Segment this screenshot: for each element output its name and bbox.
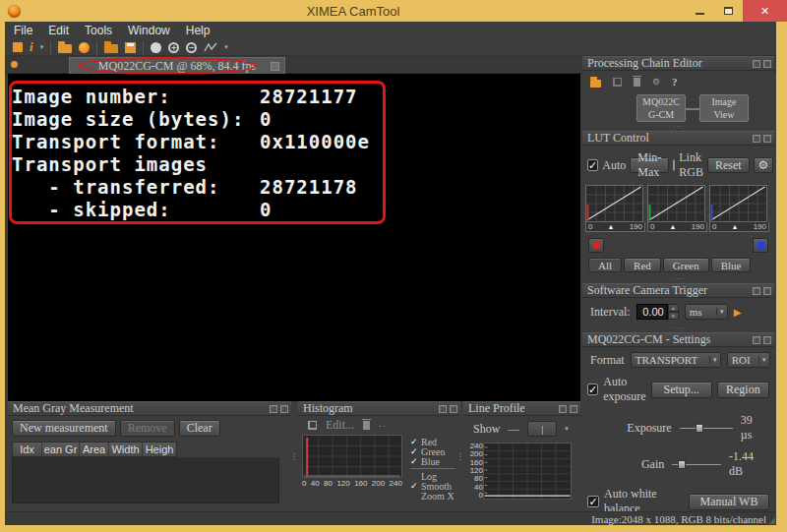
gain-slider[interactable]	[672, 460, 721, 469]
float-icon[interactable]	[753, 60, 760, 68]
column-header[interactable]: Width	[109, 443, 143, 456]
interval-spinbox[interactable]: 0.00 ▴▾	[636, 304, 679, 320]
panel-header-line-profile[interactable]: Line Profile	[463, 401, 580, 416]
curve-icon[interactable]	[204, 42, 217, 52]
more-options-icon[interactable]: ··	[379, 421, 387, 431]
orientation-dropdown[interactable]: |	[527, 421, 557, 437]
lut-graph-blue[interactable]: 0▲190	[709, 185, 769, 232]
title-bar[interactable]: XIMEA CamTool ✕	[0, 0, 787, 22]
column-header[interactable]: Heigh	[143, 443, 176, 456]
node-camera[interactable]: MQ022C G-CM	[636, 94, 686, 122]
load-sequence-icon[interactable]	[104, 44, 118, 53]
maximize-button[interactable]	[714, 0, 743, 22]
trash-icon[interactable]	[634, 78, 640, 87]
panel-header-mean-gray[interactable]: Mean Gray Measurement	[8, 401, 291, 416]
measurement-table[interactable]: Idx ean Gr Area Width Heigh	[12, 442, 287, 503]
trash-icon[interactable]	[363, 421, 370, 430]
lut-marker-icon[interactable]: ▲	[670, 223, 677, 230]
frame-icon[interactable]	[613, 78, 622, 87]
clear-measurements-button[interactable]: Clear	[179, 420, 220, 437]
lut-settings-button[interactable]: ⚙	[754, 157, 774, 173]
curve-dropdown-icon[interactable]: ▾	[224, 43, 228, 51]
float-icon[interactable]	[559, 405, 567, 413]
format-dropdown[interactable]: TRANSPORT ▾	[631, 352, 721, 368]
reset-lut-button[interactable]: Reset	[707, 157, 750, 173]
white-point-button[interactable]	[753, 238, 768, 253]
column-header[interactable]: Area	[80, 443, 109, 456]
option-blue[interactable]: ✓Blue	[410, 456, 455, 466]
float-icon[interactable]	[753, 336, 760, 344]
histogram-chart[interactable]: 0 40 80 120 160 200 240	[302, 435, 402, 501]
lut-marker-icon[interactable]: ▲	[732, 223, 739, 230]
column-header[interactable]: ean Gr	[42, 443, 80, 456]
trigger-play-icon[interactable]: ▶	[734, 307, 742, 318]
channel-all-button[interactable]: All	[588, 258, 622, 272]
black-point-button[interactable]	[588, 238, 604, 253]
minmax-button[interactable]: Min-Max	[630, 157, 669, 173]
menu-window[interactable]: Window	[128, 24, 170, 37]
exposure-region-button[interactable]: Region	[717, 382, 769, 398]
splitter-handle[interactable]: ···	[582, 276, 774, 283]
channel-green-button[interactable]: Green	[663, 258, 709, 272]
node-image-view[interactable]: Image View	[699, 94, 749, 122]
float-icon[interactable]	[439, 405, 447, 413]
line-profile-chart[interactable]: 240 200 160 120 80 40 0	[465, 443, 580, 500]
option-log[interactable]: Log	[410, 471, 455, 481]
option-zoom-x[interactable]: Zoom X	[410, 491, 455, 501]
dock-splitter[interactable]: ⋮	[291, 401, 297, 511]
add-node-icon[interactable]	[590, 80, 601, 88]
splitter-handle[interactable]: ···	[582, 325, 774, 332]
option-smooth[interactable]: ✓Smooth	[410, 481, 455, 491]
channel-blue-button[interactable]: Blue	[711, 258, 752, 272]
float-icon[interactable]	[753, 135, 760, 143]
zoom-in-icon[interactable]: +	[168, 42, 179, 53]
auto-white-balance-checkbox[interactable]: ✓	[587, 496, 599, 507]
horizontal-line-icon[interactable]: —	[508, 422, 519, 437]
interval-value[interactable]: 0.00	[636, 304, 668, 320]
select-region-icon[interactable]	[308, 421, 317, 430]
link-rgb-checkbox[interactable]	[673, 159, 675, 171]
splitter-handle[interactable]: ···	[582, 124, 774, 131]
zoom-out-icon[interactable]: −	[186, 42, 197, 53]
close-panel-icon[interactable]	[570, 405, 577, 413]
resize-grip[interactable]	[768, 517, 775, 524]
manual-wb-button[interactable]: Manual WB	[689, 494, 769, 510]
minimize-button[interactable]	[686, 0, 714, 22]
lut-graph-green[interactable]: 0▲190	[647, 185, 707, 232]
spin-up-icon[interactable]: ▴	[668, 304, 679, 312]
fit-view-icon[interactable]	[151, 42, 161, 53]
slider-handle[interactable]	[696, 424, 703, 433]
roi-dropdown[interactable]: ROI ▾	[727, 352, 770, 368]
close-panel-icon[interactable]	[280, 405, 288, 413]
device-icon[interactable]	[13, 42, 23, 52]
panel-header-settings[interactable]: MQ022CG-CM - Settings	[582, 332, 774, 347]
slider-handle[interactable]	[678, 460, 686, 469]
exposure-slider[interactable]	[680, 424, 733, 433]
gear-icon[interactable]: ⚙	[652, 77, 660, 87]
menu-help[interactable]: Help	[186, 24, 211, 37]
lut-marker-icon[interactable]: ▲	[608, 223, 615, 230]
panel-header-histogram[interactable]: Histogram	[298, 401, 460, 416]
auto-exposure-checkbox[interactable]: ✓	[587, 384, 598, 395]
menu-tools[interactable]: Tools	[85, 24, 112, 37]
close-panel-icon[interactable]	[763, 287, 771, 295]
close-panel-icon[interactable]	[450, 405, 457, 413]
image-view[interactable]: Image number:28721177 Image size (bytes)…	[8, 74, 580, 401]
new-measurement-button[interactable]: New measurement	[12, 420, 116, 437]
float-icon[interactable]	[753, 287, 760, 295]
info-dropdown-icon[interactable]: ▾	[40, 43, 44, 51]
tab-camera[interactable]: MQ022CG-CM @ 68%, 84.4 fps	[69, 57, 285, 74]
chevron-down-icon[interactable]: ▾	[565, 425, 569, 433]
info-icon[interactable]: i	[30, 39, 33, 55]
column-header[interactable]: Idx	[13, 443, 42, 456]
float-icon[interactable]	[270, 405, 277, 413]
lut-graph-red[interactable]: 0▲190	[585, 185, 645, 232]
close-panel-icon[interactable]	[763, 336, 771, 344]
close-panel-icon[interactable]	[763, 60, 771, 68]
tab-detach-icon[interactable]	[271, 62, 279, 71]
interval-unit-dropdown[interactable]: ms ▾	[685, 304, 728, 320]
menu-file[interactable]: File	[14, 24, 32, 37]
spin-down-icon[interactable]: ▾	[668, 312, 679, 320]
close-button[interactable]: ✕	[743, 0, 787, 22]
menu-edit[interactable]: Edit	[48, 24, 69, 37]
